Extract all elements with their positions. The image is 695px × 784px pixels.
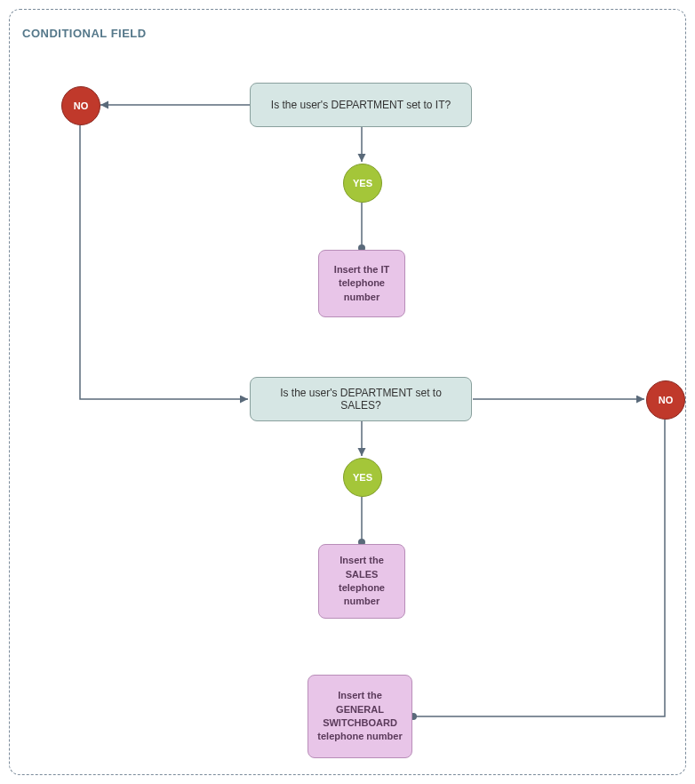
action-text: Insert the SALES telephone number xyxy=(326,554,397,609)
yes-label: YES xyxy=(353,178,372,188)
action-insert-general: Insert the GENERAL SWITCHBOARD telephone… xyxy=(308,675,412,758)
diagram-title: CONDITIONAL FIELD xyxy=(22,27,147,40)
yes-circle-2: YES xyxy=(343,458,382,497)
yes-label: YES xyxy=(353,472,372,483)
decision-text: Is the user's DEPARTMENT set to IT? xyxy=(271,99,451,111)
diagram-container: CONDITIONAL FIELD Is the user's DEPARTME… xyxy=(0,0,695,784)
action-insert-sales: Insert the SALES telephone number xyxy=(318,544,405,619)
no-circle-1: NO xyxy=(61,86,100,125)
no-label: NO xyxy=(74,100,89,111)
decision-department-it: Is the user's DEPARTMENT set to IT? xyxy=(250,83,472,127)
decision-text: Is the user's DEPARTMENT set to SALES? xyxy=(260,387,462,412)
action-insert-it: Insert the IT telephone number xyxy=(318,250,405,317)
no-circle-2: NO xyxy=(646,380,685,420)
action-text: Insert the IT telephone number xyxy=(326,263,397,304)
no-label: NO xyxy=(659,395,674,405)
action-text: Insert the GENERAL SWITCHBOARD telephone… xyxy=(316,689,404,744)
yes-circle-1: YES xyxy=(343,164,382,203)
decision-department-sales: Is the user's DEPARTMENT set to SALES? xyxy=(250,377,472,421)
